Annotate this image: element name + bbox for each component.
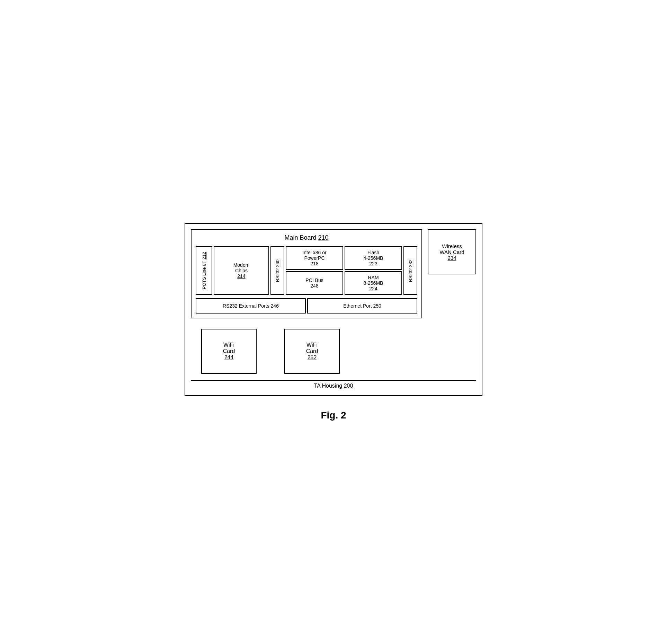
main-board-title: Main Board 210 (196, 234, 417, 241)
cpu-grid: Intel x86 orPowerPC218 Flash4-256MB223 P… (286, 246, 402, 295)
bottom-row: RS232 External Ports 246 Ethernet Port 2… (196, 298, 417, 314)
wifi-card-252-box: WiFiCard252 (284, 329, 340, 374)
wifi-cards-row: WiFiCard244 WiFiCard252 (191, 325, 422, 379)
modem-chips-box: ModemChips214 (214, 246, 269, 295)
wireless-wan-card-box: WirelessWAN Card234 (428, 229, 476, 274)
intel-box: Intel x86 orPowerPC218 (286, 246, 343, 270)
rs232-external-ports-box: RS232 External Ports 246 (196, 298, 306, 314)
wifi-card-244-box: WiFiCard244 (201, 329, 257, 374)
main-section: Main Board 210 POTS Line I/F 212 ModemCh… (191, 229, 422, 379)
ta-housing-label: TA Housing 200 (191, 380, 476, 390)
ethernet-port-box: Ethernet Port 250 (307, 298, 417, 314)
pots-line-box: POTS Line I/F 212 (196, 246, 212, 295)
figure-caption: Fig. 2 (321, 410, 346, 421)
rs232-left-box: RS232 260 (270, 246, 284, 295)
flash-box: Flash4-256MB223 (345, 246, 402, 270)
rs232-right-box: RS232 232 (403, 246, 417, 295)
outer-row: Main Board 210 POTS Line I/F 212 ModemCh… (191, 229, 476, 379)
ram-box: RAM8-256MB224 (345, 271, 402, 295)
pci-bus-box: PCI Bus248 (286, 271, 343, 295)
main-board-box: Main Board 210 POTS Line I/F 212 ModemCh… (191, 229, 422, 318)
ta-housing-box: Main Board 210 POTS Line I/F 212 ModemCh… (185, 223, 482, 396)
page-container: Main Board 210 POTS Line I/F 212 ModemCh… (178, 223, 489, 421)
inner-component-row: POTS Line I/F 212 ModemChips214 RS232 26… (196, 246, 417, 295)
